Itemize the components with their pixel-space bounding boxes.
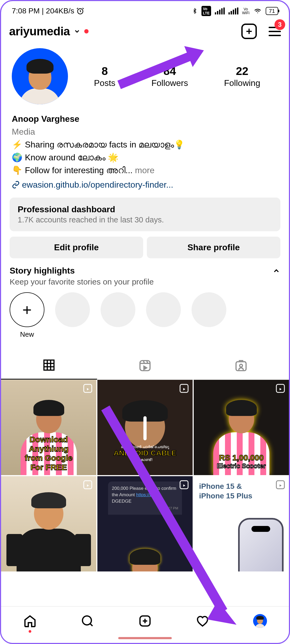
post-caption: ഐഫോൺ ചാർജ് ചെയ്യൂ ANDROID CABLE കൊണ്ട്!!	[97, 445, 193, 462]
story-highlights: Story highlights Keep your favorite stor…	[1, 266, 289, 344]
svg-rect-3	[236, 362, 246, 370]
battery-icon: 71	[266, 7, 278, 15]
highlight-new[interactable]: + New	[10, 292, 44, 339]
post-caption: iPhone 15 & iPhone 15 Plus	[199, 482, 252, 501]
svg-point-12	[82, 616, 91, 625]
home-indicator[interactable]	[118, 637, 172, 639]
professional-dashboard[interactable]: Professional dashboard 1.7K accounts rea…	[10, 198, 280, 231]
highlights-subtitle: Keep your favorite stories on your profi…	[10, 277, 280, 286]
post-caption: RS 1,00,000 Electric Scooter	[194, 453, 289, 470]
post-item[interactable]: iPhone 15 & iPhone 15 Plus	[194, 476, 289, 571]
search-icon	[81, 614, 94, 628]
avatar-icon	[253, 614, 267, 628]
highlights-title: Story highlights	[10, 266, 75, 276]
stat-posts[interactable]: 8 Posts	[94, 65, 115, 88]
bluetooth-icon	[192, 7, 198, 15]
create-button[interactable]	[241, 24, 257, 39]
reel-badge-icon	[179, 384, 189, 393]
display-name: Anoop Varghese	[12, 112, 278, 125]
post-item[interactable]: ഐഫോൺ ചാർജ് ചെയ്യൂ ANDROID CABLE കൊണ്ട്!!	[97, 380, 193, 475]
status-time: 7:08 PM	[12, 7, 40, 15]
highlight-placeholder	[192, 292, 226, 339]
bio-line: ⚡ Sharing രസകരമായ facts in മലയാളം💡	[12, 138, 278, 151]
alarm-icon	[76, 7, 84, 15]
tab-reels[interactable]	[97, 353, 193, 380]
link-icon	[12, 181, 20, 189]
post-item[interactable]	[1, 476, 96, 571]
svg-rect-8	[84, 481, 92, 489]
svg-rect-7	[276, 384, 284, 392]
create-icon	[138, 614, 152, 628]
plus-icon	[245, 27, 254, 36]
volte-icon: VoLTE	[201, 6, 211, 16]
nav-profile[interactable]	[253, 614, 267, 628]
dashboard-subtitle: 1.7K accounts reached in the last 30 day…	[18, 215, 272, 224]
home-icon	[23, 614, 37, 628]
more-button[interactable]: more	[133, 165, 155, 175]
content-tabs	[1, 353, 289, 380]
bio-line: 🌍 Know around ലോകം 🌟	[12, 151, 278, 164]
vowifi-icon: VoWiFi	[242, 7, 250, 15]
bio-line: 👇 Follow for interesting അറി... more	[12, 164, 278, 177]
status-speed: 204KB/s	[46, 7, 74, 15]
wifi-icon	[253, 7, 262, 14]
chevron-down-icon	[74, 28, 81, 35]
reel-badge-icon	[83, 480, 93, 490]
notification-dot	[29, 630, 31, 633]
post-item[interactable]: 200,000 Please enter to confirm the Amou…	[97, 476, 193, 571]
plus-icon: +	[10, 292, 44, 327]
profile-bio: Anoop Varghese Media ⚡ Sharing രസകരമായ f…	[1, 112, 289, 198]
highlight-placeholder	[101, 292, 135, 339]
post-content: 200,000 Please enter to confirm the Amou…	[108, 482, 182, 515]
svg-rect-6	[180, 384, 188, 392]
share-profile-button[interactable]: Share profile	[147, 237, 280, 258]
signal-icon	[215, 7, 225, 14]
post-item[interactable]: Download Anythiung from Google For FREE	[1, 380, 96, 475]
reel-badge-icon	[179, 480, 189, 490]
grid-icon	[42, 358, 56, 372]
chevron-up-icon[interactable]	[272, 267, 280, 275]
highlight-placeholder	[146, 292, 181, 339]
category: Media	[12, 125, 278, 138]
stat-following[interactable]: 22 Following	[224, 65, 260, 88]
nav-search[interactable]	[81, 614, 94, 628]
heart-icon	[196, 614, 209, 628]
notification-badge: 3	[274, 19, 285, 30]
bio-link[interactable]: ewasion.github.io/opendirectory-finder..…	[12, 178, 278, 191]
nav-create[interactable]	[138, 614, 152, 628]
profile-header: ariyumedia 3	[1, 18, 289, 46]
reels-icon	[138, 359, 152, 372]
notification-dot	[84, 29, 89, 33]
username: ariyumedia	[9, 25, 70, 38]
account-switcher[interactable]: ariyumedia	[9, 25, 89, 38]
tab-tagged[interactable]	[193, 353, 289, 380]
svg-rect-5	[84, 384, 92, 392]
profile-avatar[interactable]	[12, 48, 68, 104]
post-caption: Download Anythiung from Google For FREE	[1, 435, 96, 472]
status-bar: 7:08 PM | 204KB/s VoLTE VoWiFi 71	[1, 1, 289, 18]
reel-badge-icon	[276, 480, 285, 490]
edit-profile-button[interactable]: Edit profile	[10, 237, 143, 258]
svg-rect-1	[44, 360, 54, 370]
svg-point-4	[239, 364, 242, 367]
dashboard-title: Professional dashboard	[18, 204, 272, 214]
nav-activity[interactable]	[196, 614, 209, 628]
reel-badge-icon	[83, 384, 93, 393]
tagged-icon	[234, 359, 248, 372]
svg-rect-9	[180, 481, 188, 489]
post-item[interactable]: RS 1,00,000 Electric Scooter	[194, 380, 289, 475]
reel-badge-icon	[276, 384, 285, 393]
tab-grid[interactable]	[1, 353, 97, 380]
posts-grid: Download Anythiung from Google For FREE …	[1, 380, 289, 571]
svg-rect-10	[276, 481, 284, 489]
highlight-placeholder	[55, 292, 90, 339]
signal-icon	[228, 7, 238, 14]
nav-home[interactable]	[23, 614, 37, 628]
